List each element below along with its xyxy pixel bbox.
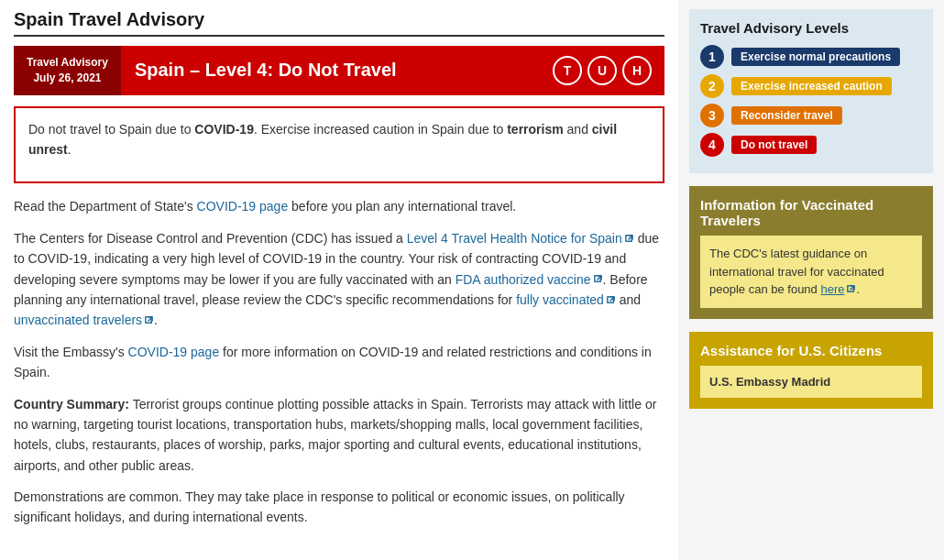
covid19-page-link-1[interactable]: COVID-19 page [197,199,289,214]
level-1-label: Exercise normal precautions [731,48,900,66]
vaccinated-here-link[interactable]: here [820,282,856,296]
para2: The Centers for Disease Control and Prev… [14,228,664,331]
advisory-levels-title: Travel Advisory Levels [700,20,922,36]
terrorism-term: terrorism [507,122,563,137]
advisory-banner: Travel Advisory July 26, 2021 Spain – Le… [14,46,664,95]
fully-vaccinated-link[interactable]: fully vaccinated [516,292,616,307]
alert-box: Do not travel to Spain due to COVID-19. … [14,106,664,184]
advisory-icons: T U H [540,47,664,94]
us-embassy-madrid: U.S. Embassy Madrid [700,366,922,398]
level-3-number: 3 [700,104,724,127]
level-3-label: Reconsider travel [731,106,842,125]
icon-h: H [622,56,652,85]
advisory-date-label: Travel Advisory [27,55,108,71]
level-4-number: 4 [700,133,724,157]
alert-text: Do not travel to Spain due to COVID-19. … [28,119,650,160]
sidebar: Travel Advisory Levels 1 Exercise normal… [678,0,944,560]
level-1-item: 1 Exercise normal precautions [700,45,922,69]
advisory-date-value: July 26, 2021 [27,71,108,86]
page-title: Spain Travel Advisory [14,9,664,37]
para3: Visit the Embassy's COVID-19 page for mo… [14,342,664,383]
icon-u: U [587,56,617,85]
level-1-number: 1 [700,45,724,69]
level-3-item: 3 Reconsider travel [700,104,922,127]
country-summary-label: Country Summary: [14,397,129,412]
level-4-item: 4 Do not travel [700,133,922,157]
vaccinated-travelers-body: The CDC's latest guidance on internation… [700,236,922,308]
para5: Demonstrations are common. They may take… [14,487,664,528]
level-2-number: 2 [700,74,724,98]
advisory-date-box: Travel Advisory July 26, 2021 [14,46,121,95]
assistance-box: Assistance for U.S. Citizens U.S. Embass… [689,332,933,409]
vaccinated-travelers-title: Information for Vaccinated Travelers [700,197,922,228]
unvaccinated-travelers-link[interactable]: unvaccinated travelers [14,313,154,327]
fda-vaccine-link[interactable]: FDA authorized vaccine [456,272,603,287]
level-2-item: 2 Exercise increased caution [700,74,922,98]
level4-travel-health-link[interactable]: Level 4 Travel Health Notice for Spain [407,231,634,246]
advisory-title: Spain – Level 4: Do Not Travel [121,49,540,92]
level-2-label: Exercise increased caution [731,77,892,95]
level-4-label: Do not travel [731,136,817,154]
assistance-title: Assistance for U.S. Citizens [700,343,922,358]
vaccinated-travelers-box: Information for Vaccinated Travelers The… [689,186,933,319]
covid-term: COVID-19 [194,122,254,137]
icon-t: T [553,56,582,85]
embassy-covid-link[interactable]: COVID-19 page [128,345,220,359]
para4: Country Summary: Terrorist groups contin… [14,394,664,477]
para1: Read the Department of State's COVID-19 … [14,196,664,216]
advisory-levels-box: Travel Advisory Levels 1 Exercise normal… [689,9,933,173]
